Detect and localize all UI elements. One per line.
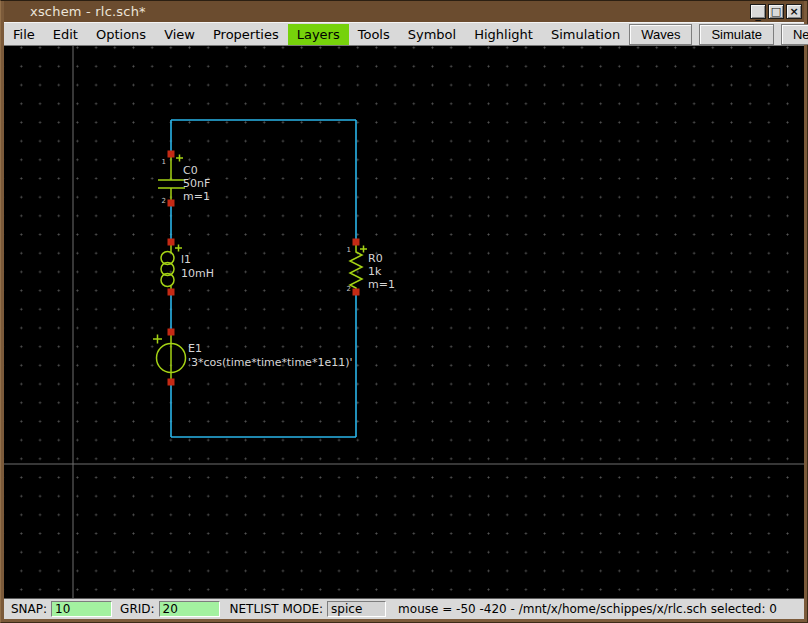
menu-edit[interactable]: Edit [44, 24, 87, 45]
source-symbol[interactable] [153, 335, 186, 381]
netlist-mode-input[interactable]: spice [327, 601, 386, 617]
menu-highlight[interactable]: Highlight [465, 24, 542, 45]
c0-pin1-number: 1 [162, 158, 166, 166]
r0-pin1-number: 1 [347, 246, 351, 254]
c0-pin2-number: 2 [162, 197, 166, 205]
menu-symbol[interactable]: Symbol [399, 24, 465, 45]
mouse-status-text: mouse = -50 -420 - /mnt/x/home/schippes/… [398, 602, 777, 616]
c0-mult-label[interactable]: m=1 [183, 190, 210, 203]
l1-value-label[interactable]: 10mH [181, 267, 214, 280]
menu-tools[interactable]: Tools [349, 24, 399, 45]
menu-bar: File Edit Options View Properties Layers… [4, 22, 804, 46]
menu-layers[interactable]: Layers [288, 24, 349, 45]
menu-properties[interactable]: Properties [204, 24, 288, 45]
netlist-button[interactable]: Netlist [781, 24, 808, 45]
pin-e1-2[interactable] [168, 379, 175, 386]
e1-value-label[interactable]: '3*cos(time*time*time*1e11)' [188, 356, 352, 369]
close-button[interactable]: × [786, 4, 802, 19]
pin-c0-1[interactable] [168, 151, 175, 158]
component-labels: C0 50nF m=1 1 2 l1 10mH E1 '3*cos(time*t… [162, 158, 395, 369]
r0-mult-label[interactable]: m=1 [368, 278, 395, 291]
r0-ref-label[interactable]: R0 [368, 252, 383, 265]
pin-l1-1[interactable] [168, 239, 175, 246]
schematic-canvas[interactable]: C0 50nF m=1 1 2 l1 10mH E1 '3*cos(time*t… [4, 46, 804, 598]
toolbar-buttons: Waves Simulate Netlist Help [629, 23, 808, 45]
menu-view[interactable]: View [155, 24, 204, 45]
c0-value-label[interactable]: 50nF [183, 177, 210, 190]
snap-label: SNAP: [11, 602, 47, 616]
r0-value-label[interactable]: 1k [368, 265, 382, 278]
pin-l1-2[interactable] [168, 289, 175, 296]
resistor-symbol[interactable] [350, 244, 367, 289]
title-bar[interactable]: xschem - rlc.sch* _ □ × [4, 1, 804, 22]
grid-label: GRID: [120, 602, 154, 616]
window-title: xschem - rlc.sch* [30, 4, 146, 19]
netlist-mode-label: NETLIST MODE: [230, 602, 324, 616]
waves-button[interactable]: Waves [629, 24, 692, 45]
snap-input[interactable]: 10 [51, 601, 112, 617]
e1-ref-label[interactable]: E1 [188, 342, 202, 355]
pin-r0-1[interactable] [353, 239, 360, 246]
rlc-circuit-drawing: C0 50nF m=1 1 2 l1 10mH E1 '3*cos(time*t… [4, 46, 804, 598]
menu-options[interactable]: Options [87, 24, 155, 45]
menu-simulation[interactable]: Simulation [542, 24, 629, 45]
l1-ref-label[interactable]: l1 [181, 253, 191, 266]
pin-e1-1[interactable] [168, 329, 175, 336]
minimize-button[interactable]: _ [750, 4, 766, 19]
simulate-button[interactable]: Simulate [699, 24, 774, 45]
status-bar: SNAP: 10 GRID: 20 NETLIST MODE: spice mo… [4, 598, 804, 619]
c0-ref-label[interactable]: C0 [183, 164, 198, 177]
grid-input[interactable]: 20 [159, 601, 220, 617]
r0-pin2-number: 2 [347, 285, 351, 293]
menu-file[interactable]: File [4, 24, 44, 45]
maximize-button[interactable]: □ [768, 4, 784, 19]
pin-r0-2[interactable] [353, 289, 360, 296]
pin-c0-2[interactable] [168, 200, 175, 207]
inductor-symbol[interactable] [161, 244, 182, 289]
window-controls: _ □ × [750, 4, 802, 19]
